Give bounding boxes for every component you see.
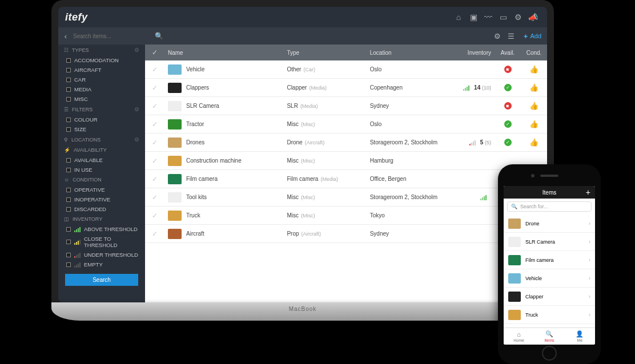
sidebar-item[interactable]: ABOVE THRESHOLD (58, 224, 145, 234)
table-row[interactable]: ✓ SLR Camera SLR(Media) Sydney ■ 👍 (145, 97, 547, 115)
mobile-list-item[interactable]: Film camera› (504, 251, 595, 269)
search-button[interactable]: Search (65, 274, 138, 286)
sidebar-group-header[interactable]: ⚲LOCATIONS⚙ (58, 134, 145, 145)
sidebar-group-header[interactable]: ☷TYPES⚙ (58, 45, 145, 55)
table-row[interactable]: ✓ Drones Drone(Aircraft) Storageroom 2, … (145, 134, 547, 152)
checkbox[interactable] (66, 168, 71, 172)
checkbox[interactable] (66, 240, 71, 244)
col-inventory[interactable]: Inventory (453, 50, 495, 56)
mobile-search[interactable]: 🔍 Search for... (507, 201, 592, 212)
phone-home-button[interactable] (542, 346, 557, 361)
sidebar-item[interactable]: COLOUR (58, 115, 145, 124)
view-settings-icon[interactable]: ⚙ (491, 32, 504, 41)
checkbox[interactable] (66, 227, 71, 232)
checkbox[interactable] (66, 87, 71, 92)
list-view-icon[interactable]: ☰ (504, 32, 518, 41)
mobile-list-item[interactable]: SLR Camera› (504, 233, 595, 251)
badge-icon[interactable]: ▭ (496, 13, 511, 22)
item-location: Sydney (367, 230, 453, 237)
table-row[interactable]: ✓ Truck Misc(Misc) Tokyo (145, 207, 547, 225)
sidebar-item[interactable]: DISCARDED (58, 204, 145, 214)
checkbox[interactable] (66, 68, 71, 72)
sidebar-group-header[interactable]: ☰FILTERS⚙ (58, 104, 145, 115)
settings-icon[interactable]: ⚙ (511, 13, 525, 22)
signal-icon (480, 195, 487, 200)
row-checkbox[interactable]: ✓ (152, 157, 158, 165)
add-button[interactable]: + Add (518, 32, 547, 41)
checkbox[interactable] (66, 253, 71, 257)
table-row[interactable]: ✓ Tractor Misc(Misc) Oslo ✓ 👍 (145, 115, 547, 134)
col-name[interactable]: Name (164, 50, 283, 56)
row-checkbox[interactable]: ✓ (152, 230, 158, 238)
sidebar-item[interactable]: AVAILABLE (58, 155, 145, 165)
sidebar-group-header[interactable]: ◫INVENTORY (58, 214, 145, 224)
sidebar-item[interactable]: SIZE (58, 124, 145, 134)
table-row[interactable]: ✓ Construction machine Misc(Misc) Hambur… (145, 152, 547, 170)
table-row[interactable]: ✓ Vehicle Other(Car) Oslo ■ 👍 (145, 60, 547, 79)
mobile-add-button[interactable]: + (586, 188, 590, 197)
announce-icon[interactable]: 📣 (525, 13, 540, 22)
row-checkbox[interactable]: ✓ (152, 193, 158, 201)
signal-icon (74, 252, 81, 258)
table-row[interactable]: ✓ Clappers Clapper(Media) Copenhagen 14 … (145, 79, 547, 97)
row-checkbox[interactable]: ✓ (152, 212, 158, 220)
mobile-list-item[interactable]: Truck› (504, 306, 595, 324)
sidebar-item[interactable]: AIRCRAFT (58, 65, 145, 75)
sidebar-item[interactable]: MISC (58, 94, 145, 104)
sidebar-item[interactable]: MEDIA (58, 84, 145, 94)
sidebar-item[interactable]: OPERATIVE (58, 185, 145, 195)
checkbox[interactable] (66, 118, 71, 122)
col-location[interactable]: Location (367, 50, 453, 56)
table-row[interactable]: ✓ Film camera Film camera(Media) Office,… (145, 170, 547, 188)
sidebar-item[interactable]: UNDER THRESHOLD (58, 250, 145, 260)
checkbox[interactable] (66, 58, 71, 63)
item-availability: ■ (495, 66, 521, 73)
table-row[interactable]: ✓ Aircraft Prop(Aircraft) Sydney (145, 225, 547, 243)
checkbox[interactable] (66, 188, 71, 192)
sidebar-group-header[interactable]: ☺CONDITION (58, 175, 145, 185)
checkbox[interactable] (66, 262, 71, 267)
sidebar-group-header[interactable]: ⚡AVAILABILITY (58, 145, 145, 155)
col-avail[interactable]: Avail. (495, 50, 521, 56)
row-checkbox[interactable]: ✓ (152, 139, 158, 147)
sidebar-item[interactable]: CLOSE TO THRESHOLD (58, 234, 145, 250)
checkbox[interactable] (66, 158, 71, 163)
mobile-list-item[interactable]: Vehicle› (504, 269, 595, 288)
add-label: Add (530, 33, 541, 39)
gear-icon[interactable]: ⚙ (134, 106, 139, 112)
search-input[interactable] (73, 33, 142, 39)
sidebar-item[interactable]: ACCOMODATION (58, 55, 145, 65)
gear-icon[interactable]: ⚙ (134, 47, 139, 53)
table-row[interactable]: ✓ Tool kits Misc(Misc) Storageroom 2, St… (145, 188, 547, 207)
row-checkbox[interactable]: ✓ (152, 120, 158, 128)
checkbox[interactable] (66, 97, 71, 102)
gear-icon[interactable]: ⚙ (134, 136, 139, 143)
checkbox[interactable] (66, 197, 71, 202)
sidebar-item[interactable]: INOPERATIVE (58, 195, 145, 204)
item-thumbnail (508, 292, 521, 302)
sidebar-item[interactable]: IN USE (58, 165, 145, 175)
cube-icon[interactable]: ▣ (466, 13, 481, 22)
search-icon[interactable]: 🔍 (155, 32, 163, 40)
tab-home[interactable]: ⌂Home (504, 328, 534, 345)
tab-me[interactable]: 👤Me (565, 328, 595, 345)
select-all-checkbox[interactable]: ✓ (145, 48, 164, 56)
home-icon[interactable]: ⌂ (451, 13, 466, 22)
mobile-list-item[interactable]: Drone› (504, 215, 595, 233)
sidebar-item[interactable]: CAR (58, 75, 145, 84)
back-button[interactable]: ‹ (58, 32, 73, 41)
row-checkbox[interactable]: ✓ (152, 102, 158, 110)
checkbox[interactable] (66, 207, 71, 212)
pulse-icon[interactable]: 〰 (481, 13, 496, 22)
row-checkbox[interactable]: ✓ (152, 66, 158, 74)
mobile-header: Items + (504, 186, 595, 199)
row-checkbox[interactable]: ✓ (152, 84, 158, 92)
sidebar-item[interactable]: EMPTY (58, 260, 145, 269)
col-cond[interactable]: Cond. (521, 50, 547, 56)
checkbox[interactable] (66, 127, 71, 132)
row-checkbox[interactable]: ✓ (152, 175, 158, 183)
col-type[interactable]: Type (283, 50, 366, 56)
checkbox[interactable] (66, 78, 71, 82)
tab-items[interactable]: 🔍Items (534, 328, 564, 345)
mobile-list-item[interactable]: Clapper› (504, 288, 595, 306)
